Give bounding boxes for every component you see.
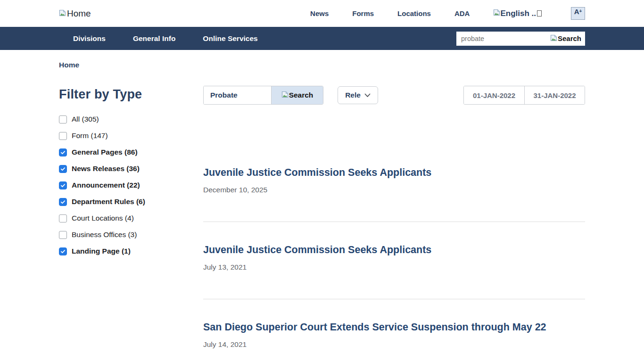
primary-nav-link[interactable]: Online Services [203,34,257,43]
filter-checkbox-row[interactable]: Form (147) [59,132,195,140]
filter-label: General Pages (86) [72,148,138,156]
primary-nav-bar: Divisions General Info Online Services S… [0,27,644,50]
result-date: December 10, 2025 [203,186,585,194]
results-search-button[interactable]: Search [271,86,323,104]
checkbox-icon[interactable] [59,247,67,255]
filter-sidebar: Filter by Type All (305) Form (147) [59,69,195,263]
home-logo-alt-text: Home [67,8,91,19]
broken-image-icon [281,91,289,100]
sort-dropdown-label: Rele [345,91,361,99]
header-search-form: Search [456,32,585,46]
result-title-link[interactable]: Juvenile Justice Commission Seeks Applic… [203,243,585,257]
language-selector[interactable]: English .. [493,9,542,18]
results-search-button-label: Search [289,91,314,99]
filter-checkbox-row[interactable]: All (305) [59,115,195,123]
sort-dropdown[interactable]: Rele [338,86,378,104]
font-size-increase-button[interactable]: A+ [571,7,585,20]
date-start-input[interactable]: 01-JAN-2022 [464,86,524,104]
search-results-main: Search Rele 01-JAN-2022 31-JAN-2022 Juve… [203,69,585,362]
filter-label: Business Offices (3) [72,230,137,239]
result-item: Juvenile Justice Commission Seeks Applic… [203,145,585,222]
primary-nav-link[interactable]: Divisions [73,34,106,43]
broken-image-icon [59,8,66,19]
top-nav: News Forms Locations ADA [310,9,470,17]
checkbox-icon[interactable] [59,231,67,239]
checkbox-icon[interactable] [59,165,67,173]
result-item: San Diego Superior Court Extends Service… [203,299,585,362]
checkbox-icon[interactable] [59,115,67,123]
results-controls: Search Rele 01-JAN-2022 31-JAN-2022 [203,86,585,105]
font-size-letter: A [574,8,579,16]
filter-label: Court Locations (4) [72,214,134,222]
result-item: Juvenile Justice Commission Seeks Applic… [203,222,585,299]
home-logo-link[interactable]: Home [59,8,91,19]
results-list: Juvenile Justice Commission Seeks Applic… [203,145,585,362]
filter-label: All (305) [72,115,99,123]
top-nav-link[interactable]: ADA [454,9,470,17]
breadcrumb-home-link[interactable]: Home [59,61,79,69]
date-range-picker: 01-JAN-2022 31-JAN-2022 [463,86,585,105]
filter-label: Announcement (22) [72,181,140,189]
filter-label: Department Rules (6) [72,197,145,206]
broken-image-icon [493,9,500,18]
result-title-link[interactable]: San Diego Superior Court Extends Service… [203,320,585,334]
filter-checkbox-row[interactable]: Announcement (22) [59,181,195,189]
result-title-link[interactable]: Juvenile Justice Commission Seeks Applic… [203,165,585,180]
checkbox-icon[interactable] [59,148,67,156]
missing-glyph-box [537,10,542,16]
language-label: English .. [500,9,536,18]
filter-label: Form (147) [72,132,108,140]
header-search-input[interactable] [456,35,548,42]
top-nav-link[interactable]: News [310,9,329,17]
chevron-down-icon [364,91,371,99]
filter-list: All (305) Form (147) General Pages (86) [59,115,195,255]
filter-checkbox-row[interactable]: Department Rules (6) [59,197,195,206]
checkbox-icon[interactable] [59,214,67,222]
checkbox-icon[interactable] [59,181,67,189]
primary-nav: Divisions General Info Online Services [73,34,258,43]
top-nav-link[interactable]: Forms [352,9,374,17]
date-end-input[interactable]: 31-JAN-2022 [524,86,585,104]
header-search-button-label: Search [558,34,581,42]
filter-label: Landing Page (1) [72,247,131,255]
primary-nav-link[interactable]: General Info [133,34,175,43]
header-search-button[interactable]: Search [548,32,585,46]
result-date: July 14, 2021 [203,340,585,349]
result-date: July 13, 2021 [203,263,585,272]
filter-sidebar-title: Filter by Type [59,87,195,102]
broken-image-icon [550,34,557,43]
checkbox-icon[interactable] [59,198,67,206]
results-search-form: Search [203,86,323,105]
content-area: Filter by Type All (305) Form (147) [0,69,644,362]
filter-checkbox-row[interactable]: Landing Page (1) [59,247,195,255]
filter-checkbox-row[interactable]: Court Locations (4) [59,214,195,222]
top-nav-link[interactable]: Locations [397,9,431,17]
top-header: Home News Forms Locations ADA English ..… [0,0,644,27]
filter-checkbox-row[interactable]: Business Offices (3) [59,230,195,239]
font-size-plus: + [579,9,582,14]
filter-checkbox-row[interactable]: General Pages (86) [59,148,195,156]
results-search-input[interactable] [204,86,271,104]
filter-label: News Releases (36) [72,165,140,173]
filter-checkbox-row[interactable]: News Releases (36) [59,165,195,173]
breadcrumb: Home [0,50,644,69]
checkbox-icon[interactable] [59,132,67,140]
